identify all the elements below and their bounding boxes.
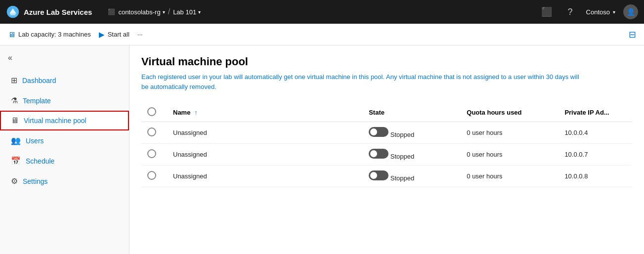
toggle-track[interactable]	[369, 127, 388, 137]
avatar[interactable]: 👤	[623, 4, 638, 19]
topnav: Azure Lab Services ⬛ contosolabs-rg ▾ / …	[0, 0, 644, 24]
row-radio-2[interactable]	[147, 171, 156, 180]
lab-dropdown[interactable]: Lab 101 ▾	[173, 8, 201, 16]
sidebar-item-label: Template	[23, 97, 51, 105]
template-icon: ⚗	[11, 96, 18, 105]
row-state-cell: Stopped	[363, 144, 461, 166]
row-state-cell: Stopped	[363, 166, 461, 187]
toggle-thumb	[370, 128, 377, 135]
sidebar-item-users[interactable]: 👥 Users	[0, 130, 129, 151]
row-radio-1[interactable]	[147, 149, 156, 158]
vm-toggle-1[interactable]	[369, 149, 388, 159]
chevron-down-icon: ▾	[613, 9, 615, 15]
schedule-icon: 📅	[11, 156, 21, 166]
dashboard-icon: ⊞	[11, 76, 17, 85]
sidebar-item-label: Schedule	[26, 157, 54, 165]
chevron-down-icon: ▾	[198, 9, 201, 15]
topnav-right: ⬛ ? Contoso ▾ 👤	[539, 4, 638, 20]
sidebar-item-template[interactable]: ⚗ Template	[0, 90, 129, 111]
toggle-track[interactable]	[369, 149, 388, 159]
toggle-thumb	[370, 172, 377, 179]
filter-icon: ⊟	[629, 30, 636, 40]
more-label: ···	[137, 31, 143, 38]
vm-pool-icon: 🖥	[11, 116, 19, 125]
table-row: Unassigned Stopped 0 user hours 10.0.0.8	[141, 166, 632, 187]
sidebar-item-label: Settings	[23, 177, 48, 185]
row-check-cell	[141, 122, 167, 144]
sidebar-item-schedule[interactable]: 📅 Schedule	[0, 151, 129, 171]
sidebar-item-label: Virtual machine pool	[24, 117, 86, 125]
users-icon: 👥	[11, 136, 21, 145]
breadcrumb: ⬛ contosolabs-rg ▾ / Lab 101 ▾	[108, 7, 201, 16]
page-title: Virtual machine pool	[141, 55, 632, 68]
row-quota-cell: 0 user hours	[461, 122, 558, 144]
collapse-button[interactable]: «	[0, 49, 129, 70]
page-description: Each registered user in your lab will au…	[141, 72, 586, 91]
lab-capacity-label: Lab capacity: 3 machines	[18, 31, 91, 38]
start-all-label: Start all	[108, 31, 129, 38]
breadcrumb-separator: /	[168, 7, 170, 16]
toolbar: 🖥 Lab capacity: 3 machines ▶ Start all ·…	[0, 24, 644, 45]
sidebar-item-label: Users	[26, 137, 44, 145]
monitor-icon: 🖥	[8, 30, 15, 39]
row-radio-0[interactable]	[147, 127, 156, 136]
select-all-radio[interactable]	[147, 107, 156, 116]
lab-capacity-item: 🖥 Lab capacity: 3 machines	[8, 30, 91, 39]
settings-icon: ⚙	[11, 176, 18, 186]
sidebar: « ⊞ Dashboard ⚗ Template 🖥 Virtual machi…	[0, 45, 129, 254]
table-row: Unassigned Stopped 0 user hours 10.0.0.4	[141, 122, 632, 144]
filter-button[interactable]: ⊟	[629, 29, 636, 40]
row-state-cell: Stopped	[363, 122, 461, 144]
vm-toggle-2[interactable]	[369, 170, 388, 180]
layout: « ⊞ Dashboard ⚗ Template 🖥 Virtual machi…	[0, 45, 644, 254]
col-header-state: State	[363, 103, 461, 122]
row-name-cell: Unassigned	[167, 166, 363, 187]
sidebar-item-vm-pool[interactable]: 🖥 Virtual machine pool	[0, 111, 129, 130]
row-quota-cell: 0 user hours	[461, 144, 558, 166]
row-quota-cell: 0 user hours	[461, 166, 558, 187]
main-content: Virtual machine pool Each registered use…	[129, 45, 644, 254]
row-check-cell	[141, 144, 167, 166]
col-header-check	[141, 103, 167, 122]
help-icon-btn[interactable]: ?	[562, 4, 578, 20]
start-all-button[interactable]: ▶ Start all	[99, 30, 129, 39]
row-ip-cell: 10.0.0.8	[558, 166, 632, 187]
toggle-thumb	[370, 150, 377, 157]
row-name-cell: Unassigned	[167, 122, 363, 144]
vm-toggle-0[interactable]	[369, 127, 388, 137]
col-header-name[interactable]: Name ↑	[167, 103, 363, 122]
col-header-ip: Private IP Ad...	[558, 103, 632, 122]
more-button[interactable]: ···	[137, 31, 143, 38]
monitor-icon: ⬛	[108, 8, 115, 15]
svg-rect-1	[10, 14, 16, 16]
sidebar-item-label: Dashboard	[22, 77, 56, 85]
sidebar-item-dashboard[interactable]: ⊞ Dashboard	[0, 70, 129, 90]
row-ip-cell: 10.0.0.7	[558, 144, 632, 166]
monitor-icon-btn[interactable]: ⬛	[539, 4, 555, 20]
resource-group-dropdown[interactable]: contosolabs-rg ▾	[118, 8, 165, 16]
row-ip-cell: 10.0.0.4	[558, 122, 632, 144]
account-dropdown[interactable]: Contoso ▾	[586, 8, 615, 16]
vm-table: Name ↑ State Quota hours used Private IP…	[141, 103, 632, 187]
sidebar-item-settings[interactable]: ⚙ Settings	[0, 171, 129, 191]
chevron-down-icon: ▾	[163, 9, 165, 15]
app-name: Azure Lab Services	[24, 8, 92, 16]
table-row: Unassigned Stopped 0 user hours 10.0.0.7	[141, 144, 632, 166]
sort-arrow-icon: ↑	[194, 109, 198, 116]
row-name-cell: Unassigned	[167, 144, 363, 166]
app-logo: Azure Lab Services	[6, 5, 92, 19]
play-icon: ▶	[99, 30, 105, 39]
toggle-track[interactable]	[369, 170, 388, 180]
col-header-quota: Quota hours used	[461, 103, 558, 122]
row-check-cell	[141, 166, 167, 187]
